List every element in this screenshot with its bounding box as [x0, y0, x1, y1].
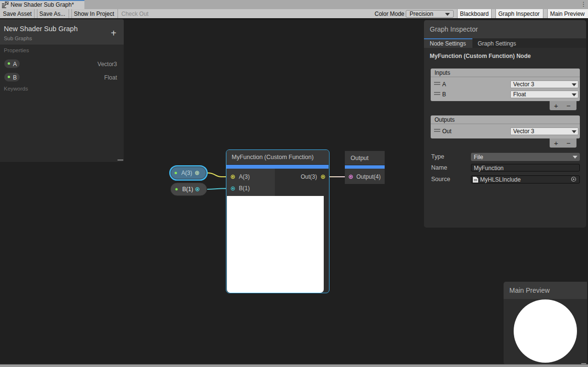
svg-text:B(1): B(1): [182, 186, 193, 193]
svg-text:A(3): A(3): [181, 170, 192, 176]
